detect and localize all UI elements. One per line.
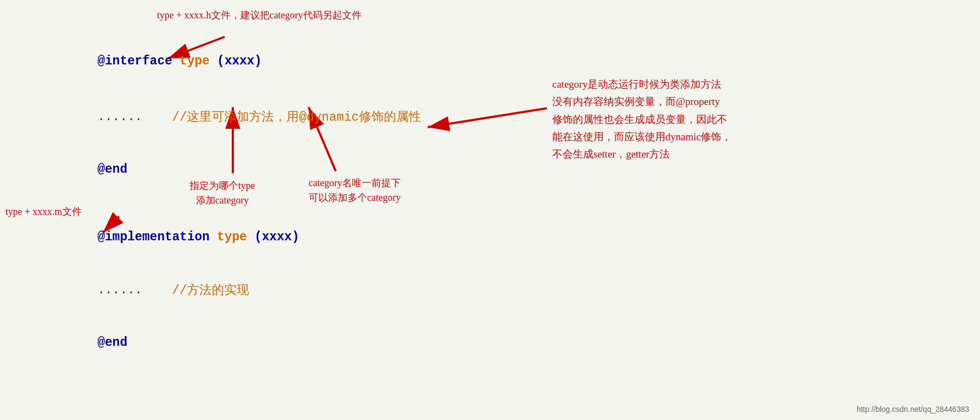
dots-comment-2: ...... //方法的实现 (97, 281, 249, 298)
type-keyword: type (180, 54, 217, 68)
right-line4: 能在这使用，而应该使用dynamic修饰， (552, 128, 731, 146)
dots-1: ...... (97, 110, 142, 124)
dots-comment-1: ...... //这里可添加方法，用@dynamic修饰的属性 (97, 108, 421, 125)
right-line2: 没有内存容纳实例变量，而@property (552, 93, 731, 110)
bottom-left-annotation: 指定为哪个type 添加category (190, 179, 255, 208)
interface-category: (xxxx) (217, 54, 262, 68)
interface-line: @interface type (xxxx) (97, 54, 262, 68)
dots-2: ...... (97, 283, 142, 297)
end-keyword-1: @end (97, 162, 127, 176)
right-line3: 修饰的属性也会生成成员变量，因此不 (552, 111, 731, 128)
right-line1: category是动态运行时候为类添加方法 (552, 76, 731, 93)
right-annotation: category是动态运行时候为类添加方法 没有内存容纳实例变量，而@prope… (552, 76, 731, 163)
interface-keyword: @interface (97, 54, 172, 68)
bottom-left-line1: 指定为哪个type (190, 179, 255, 193)
impl-type: type (217, 230, 254, 244)
end-2: @end (97, 336, 127, 350)
impl-line: @implementation type (xxxx) (97, 230, 299, 244)
end-keyword-2: @end (97, 336, 127, 350)
comment-1: //这里可添加方法，用@dynamic修饰的属性 (172, 108, 421, 125)
right-line5: 不会生成setter，getter方法 (552, 146, 731, 163)
end-1: @end (97, 162, 127, 176)
left-annotation: type + xxxx.m文件 (5, 205, 82, 219)
bottom-left-line2: 添加category (190, 193, 255, 208)
bottom-right-line2: 可以添加多个category (309, 191, 401, 205)
bottom-right-annotation: category名唯一前提下 可以添加多个category (309, 176, 401, 205)
bottom-right-line1: category名唯一前提下 (309, 176, 401, 191)
comment-2: //方法的实现 (172, 281, 250, 298)
impl-keyword: @implementation (97, 230, 210, 244)
svg-line-4 (428, 108, 547, 127)
main-container: type + xxxx.h文件，建议把category代码另起文件 @inter… (0, 0, 980, 420)
top-annotation: type + xxxx.h文件，建议把category代码另起文件 (157, 8, 362, 23)
watermark: http://blog.csdn.net/qq_28446383 (857, 405, 969, 414)
impl-category: (xxxx) (254, 230, 299, 244)
